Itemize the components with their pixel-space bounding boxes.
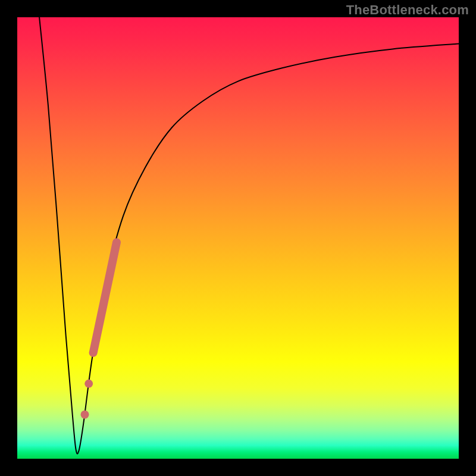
highlight-dot-upper [84,380,93,388]
chart-svg [17,17,459,459]
chart-plot-area [17,17,459,459]
chart-markers [81,242,117,418]
bottleneck-curve [39,17,459,454]
watermark-text: TheBottleneck.com [346,2,469,18]
highlight-segment [93,242,117,352]
chart-frame: TheBottleneck.com [0,0,476,476]
highlight-dot-lower [81,411,89,419]
